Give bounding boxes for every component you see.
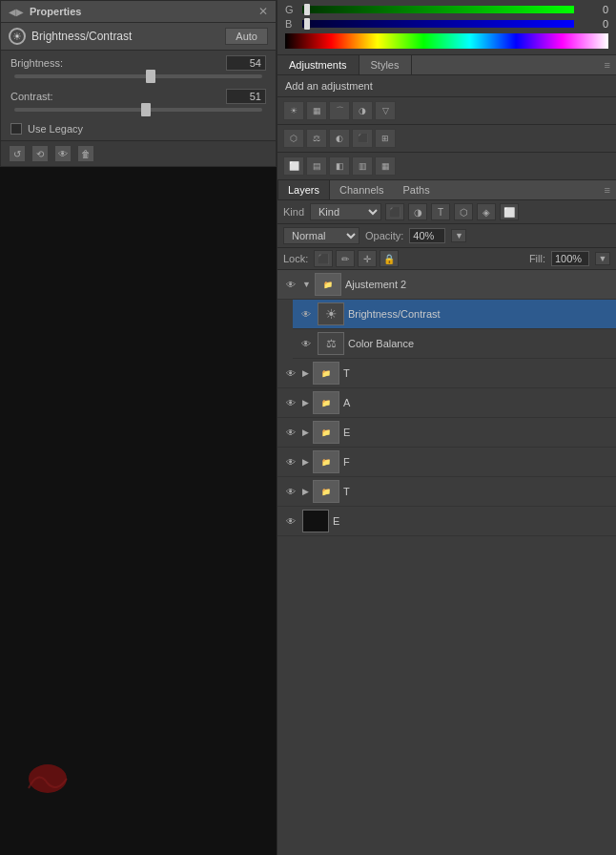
b-slider-track[interactable] <box>302 20 574 28</box>
arrow-f1: ▶ <box>302 457 309 467</box>
adj-curves-icon[interactable]: ⌒ <box>329 101 350 120</box>
layer-filter-smart-icon[interactable]: ◈ <box>477 203 496 220</box>
eye-icon-colorbalance[interactable]: 👁 <box>298 336 314 351</box>
lock-label: Lock: <box>283 253 308 264</box>
eye-icon-t1[interactable]: 👁 <box>283 365 298 381</box>
use-legacy-label: Use Legacy <box>28 123 94 135</box>
layer-a1[interactable]: 👁 ▶ 📁 A <box>277 388 616 418</box>
lock-artboard-icon[interactable]: ✛ <box>358 250 377 267</box>
opacity-input[interactable] <box>409 228 445 243</box>
brightness-slider-thumb[interactable] <box>146 70 155 83</box>
opacity-arrow[interactable]: ▼ <box>451 229 466 242</box>
layer-filter-pixel-icon[interactable]: ⬛ <box>385 203 404 220</box>
layer-filter-adj-icon[interactable]: ◑ <box>408 203 427 220</box>
adj-selective-color-icon[interactable]: ▦ <box>375 156 396 176</box>
adj-exposure-icon[interactable]: ◑ <box>352 101 373 120</box>
tab-adjustments[interactable]: Adjustments <box>277 55 359 74</box>
blend-row: Normal Opacity: ▼ <box>277 224 616 248</box>
eye-icon-a1[interactable]: 👁 <box>283 395 298 410</box>
canvas-red-shape <box>19 750 76 798</box>
brightness-thumb: ☀ <box>318 302 344 325</box>
eye-icon-group[interactable]: 👁 <box>283 277 298 292</box>
adj-brightness-icon[interactable]: ☀ <box>283 101 304 120</box>
arrow-e1: ▶ <box>302 428 309 437</box>
reset-icon[interactable]: ⟲ <box>31 145 49 162</box>
eye-icon-brightness[interactable]: 👁 <box>298 306 314 322</box>
adj-levels-icon[interactable]: ▦ <box>306 101 327 120</box>
panel-header: ◀▶ Properties ✕ <box>1 1 276 23</box>
tab-paths[interactable]: Paths <box>394 180 440 199</box>
layer-filter-clear-icon[interactable]: ⬜ <box>500 203 519 220</box>
toggle-visibility-icon[interactable]: 👁 <box>54 145 72 162</box>
b-slider-thumb[interactable] <box>304 18 310 30</box>
panel-header-left: ◀▶ Properties <box>9 6 81 17</box>
layer-brightness-contrast[interactable]: 👁 ☀ Brightness/Contrast <box>293 300 616 329</box>
eye-icon-e1[interactable]: 👁 <box>283 425 298 440</box>
brightness-slider-track[interactable] <box>14 74 262 78</box>
panel-expand-arrows[interactable]: ◀▶ <box>9 7 24 17</box>
thumb-a1: 📁 <box>313 391 339 414</box>
adjustments-icons-row1: ☀ ▦ ⌒ ◑ ▽ <box>277 97 616 125</box>
brightness-input[interactable] <box>226 55 266 71</box>
layer-t2[interactable]: 👁 ▶ 📁 T <box>277 477 616 507</box>
b-value: 0 <box>580 18 608 30</box>
g-label: G <box>285 4 297 15</box>
eye-icon-e2[interactable]: 👁 <box>283 513 298 529</box>
canvas-area <box>0 167 277 855</box>
g-slider-track[interactable] <box>302 6 574 13</box>
fill-input[interactable] <box>551 251 589 266</box>
opacity-label: Opacity: <box>365 230 403 241</box>
adj-color-balance-icon[interactable]: ⚖ <box>306 129 327 148</box>
layer-color-balance[interactable]: 👁 ⚖ Color Balance <box>293 329 616 359</box>
use-legacy-checkbox[interactable] <box>10 123 22 135</box>
contrast-slider-track[interactable] <box>14 108 262 112</box>
blend-mode-select[interactable]: Normal <box>283 227 359 244</box>
auto-button[interactable]: Auto <box>225 28 268 45</box>
tab-channels[interactable]: Channels <box>330 180 393 199</box>
kind-select[interactable]: Kind <box>310 203 381 220</box>
properties-panel: ◀▶ Properties ✕ ☀ Brightness/Contrast Au… <box>0 0 277 167</box>
adj-vibrance-icon[interactable]: ▽ <box>375 101 396 120</box>
eye-icon-f1[interactable]: 👁 <box>283 454 298 469</box>
g-slider-gradient <box>302 6 574 13</box>
reset-to-previous-icon[interactable]: ↺ <box>9 145 26 162</box>
lock-all-icon[interactable]: 🔒 <box>380 250 399 267</box>
adj-threshold-icon[interactable]: ◧ <box>329 156 350 176</box>
lock-pixels-icon[interactable]: ⬛ <box>314 250 333 267</box>
layer-group-ajustement2[interactable]: 👁 ▼ 📁 Ajustement 2 <box>277 270 616 300</box>
b-color-row: B 0 <box>285 18 608 30</box>
tab-styles[interactable]: Styles <box>359 55 412 74</box>
g-value: 0 <box>580 4 608 15</box>
brightness-header: ☀ Brightness/Contrast Auto <box>1 23 276 51</box>
fill-arrow[interactable]: ▼ <box>595 252 610 265</box>
layer-t1[interactable]: 👁 ▶ 📁 T <box>277 359 616 388</box>
eye-icon-t2[interactable]: 👁 <box>283 484 298 499</box>
adj-invert-icon[interactable]: ⬜ <box>283 156 304 176</box>
layer-filter-type-icon[interactable]: T <box>431 203 450 220</box>
adjustments-tabs: Adjustments Styles ≡ <box>277 55 616 75</box>
right-panel: G 0 B 0 Adjustments Styles ≡ Add an adju… <box>277 0 616 855</box>
adj-gradient-map-icon[interactable]: ▥ <box>352 156 373 176</box>
lock-position-icon[interactable]: ✏ <box>336 250 355 267</box>
tab-layers[interactable]: Layers <box>277 180 330 199</box>
layer-e1[interactable]: 👁 ▶ 📁 E <box>277 418 616 448</box>
layers-menu-icon[interactable]: ≡ <box>599 180 616 199</box>
adj-bw-icon[interactable]: ◐ <box>329 129 350 148</box>
g-slider-thumb[interactable] <box>304 4 310 15</box>
thumb-e1: 📁 <box>313 421 339 444</box>
layer-brightness-name: Brightness/Contrast <box>348 308 441 320</box>
delete-icon[interactable]: 🗑 <box>77 145 94 162</box>
color-gradient-bar <box>285 33 608 49</box>
adj-hue-icon[interactable]: ⬡ <box>283 129 304 148</box>
b-slider-gradient <box>302 20 574 28</box>
adj-photo-filter-icon[interactable]: ⬛ <box>352 129 373 148</box>
adj-posterize-icon[interactable]: ▤ <box>306 156 327 176</box>
layer-filter-shape-icon[interactable]: ⬡ <box>454 203 473 220</box>
adjustments-menu-icon[interactable]: ≡ <box>599 55 616 74</box>
adj-channel-mixer-icon[interactable]: ⊞ <box>375 129 396 148</box>
close-icon[interactable]: ✕ <box>258 5 268 18</box>
layer-e2[interactable]: 👁 E <box>277 507 616 536</box>
contrast-slider-thumb[interactable] <box>141 103 151 116</box>
contrast-input[interactable] <box>226 89 266 104</box>
layer-f1[interactable]: 👁 ▶ 📁 F <box>277 448 616 477</box>
